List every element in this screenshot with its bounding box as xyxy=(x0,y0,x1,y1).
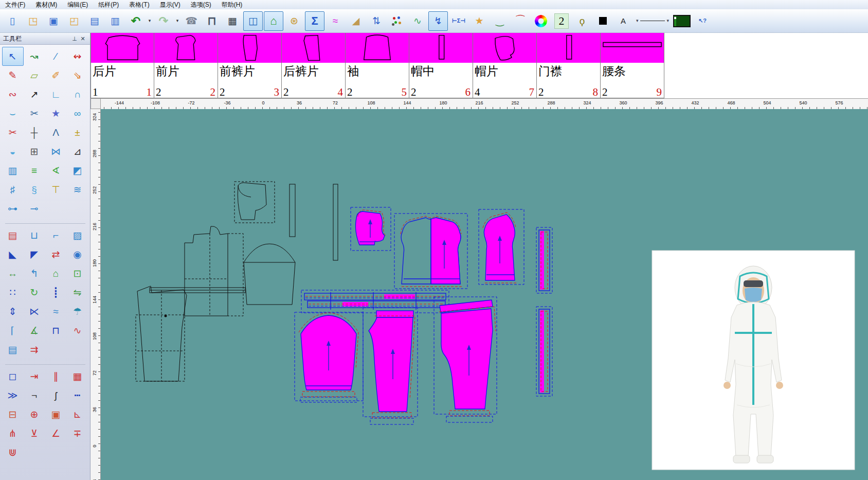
fabric-layers-tool[interactable]: ▤ xyxy=(2,340,24,359)
walk-pieces-tool[interactable]: ⇥ xyxy=(24,367,45,386)
swap-curve-tool[interactable]: ∿ xyxy=(67,321,88,340)
pleats-tool[interactable]: ♯ xyxy=(2,180,24,199)
color-wheel-icon[interactable] xyxy=(531,11,551,31)
brush-icon[interactable]: ◢ xyxy=(346,11,366,31)
film-strip-icon[interactable] xyxy=(672,11,692,31)
font-letter-icon[interactable]: A xyxy=(613,11,633,31)
piece-sleeve[interactable] xyxy=(295,312,363,402)
mirror-tool[interactable]: ⋈ xyxy=(45,142,67,161)
umbrella-tool[interactable]: ☂ xyxy=(67,302,88,321)
flip-piece-tool[interactable]: ↰ xyxy=(24,264,45,283)
pattern-cell-后片[interactable]: 后片11 xyxy=(91,33,154,98)
node-spacing-tool[interactable]: ┅ xyxy=(67,386,88,405)
segment-measure-icon[interactable]: ⊢Σ⊣ xyxy=(449,11,468,31)
move-pieces-tool[interactable]: ⇕ xyxy=(2,302,24,321)
copy-shape-tool[interactable]: ▥ xyxy=(2,161,24,180)
check-piece-tool[interactable]: ⊡ xyxy=(67,264,88,283)
draft-sleeve-block[interactable] xyxy=(244,244,295,305)
digitizer-icon[interactable]: ☎ xyxy=(182,11,201,31)
piece-view-icon[interactable]: ⌂ xyxy=(264,11,283,31)
sewing-machine-tool[interactable]: ⊓ xyxy=(45,321,67,340)
round-corner-tool[interactable]: ⌈ xyxy=(2,321,24,340)
curve-notch-icon[interactable]: ⁀ xyxy=(511,11,530,31)
split-line-tool[interactable]: ∕ xyxy=(45,47,67,66)
draft-hood-piece[interactable] xyxy=(234,182,275,223)
draft-bar-piece-2[interactable] xyxy=(333,184,338,260)
piece-back-bodice[interactable] xyxy=(394,214,467,289)
value-2-badge[interactable]: 2 xyxy=(552,11,571,31)
arc-tool[interactable]: ∩ xyxy=(67,85,88,104)
link-tool[interactable]: ⊶ xyxy=(2,199,24,218)
undo-icon[interactable]: ↶ xyxy=(126,11,146,31)
shrink-piece-tool[interactable]: ⌂ xyxy=(45,264,67,283)
notch-fork-tool[interactable]: ⋔ xyxy=(2,424,24,443)
data-table-icon[interactable]: ▦ xyxy=(223,11,242,31)
button-tool[interactable]: ◉ xyxy=(67,245,88,264)
dart-close-tool[interactable]: ◤ xyxy=(24,245,45,264)
bulb-icon[interactable]: ϙ xyxy=(572,11,592,31)
import-file-icon[interactable]: ◰ xyxy=(64,11,84,31)
color-swatch[interactable] xyxy=(593,11,612,31)
menu-edit[interactable]: 编辑(E) xyxy=(62,0,93,9)
stitch-lines-tool[interactable]: ≡ xyxy=(24,161,45,180)
two-point-measure-tool[interactable]: ∡ xyxy=(24,321,45,340)
piece-placket-strip-1[interactable] xyxy=(536,227,552,293)
dart-tool[interactable]: ◣ xyxy=(2,245,24,264)
new-document-icon[interactable]: ▯ xyxy=(3,11,22,31)
rotate-piece-tool[interactable]: ↻ xyxy=(24,283,45,302)
compass-tool[interactable]: Λ xyxy=(45,123,67,142)
pattern-canvas[interactable] xyxy=(101,109,868,480)
stretch-curve-tool[interactable]: ↭ xyxy=(67,47,88,66)
move-point-tool[interactable]: ⇘ xyxy=(67,66,88,85)
draft-waistband-bar[interactable] xyxy=(150,288,245,293)
trim-seam-tool[interactable]: ⋓ xyxy=(2,443,24,462)
cut-notch-tool[interactable]: ✂ xyxy=(2,123,24,142)
select-tool[interactable]: ↖ xyxy=(2,47,24,66)
plus-minus-tool[interactable]: ∓ xyxy=(67,424,88,443)
pattern-cell-门襟[interactable]: 门襟28 xyxy=(537,33,601,98)
save-copy-icon[interactable]: ▤ xyxy=(85,11,104,31)
draft-bar-piece-1[interactable] xyxy=(290,184,295,237)
piece-front-trouser[interactable] xyxy=(363,308,418,424)
pattern-pen-icon[interactable]: ↯ xyxy=(428,11,448,31)
draft-bodice-block[interactable] xyxy=(185,226,243,316)
multi-arrow-tool[interactable]: ≫ xyxy=(2,386,24,405)
seam-align-tool[interactable]: ∥ xyxy=(45,367,67,386)
trend-chart-icon[interactable]: ∿ xyxy=(408,11,427,31)
spiral-tool[interactable]: § xyxy=(24,180,45,199)
angle-measure-tool[interactable]: ∢ xyxy=(45,161,67,180)
shirring-tool[interactable]: ≋ xyxy=(67,180,88,199)
menu-material[interactable]: 素材(M) xyxy=(30,0,62,9)
piece-front-bodice[interactable] xyxy=(479,209,524,285)
menu-pattern[interactable]: 纸样(P) xyxy=(93,0,124,9)
fillet-corner-tool[interactable]: ∟ xyxy=(45,85,67,104)
pattern-cell-袖[interactable]: 袖25 xyxy=(346,33,409,98)
context-help-icon[interactable]: ↖? xyxy=(693,11,712,31)
nested-rect-tool[interactable]: ▣ xyxy=(45,405,67,424)
angle-line-tool[interactable]: ∠ xyxy=(45,424,67,443)
thread-colors-icon[interactable]: ≈ xyxy=(326,11,345,31)
close-icon[interactable]: ✕ xyxy=(79,35,87,42)
pattern-window-icon[interactable]: ◫ xyxy=(243,11,263,31)
line-style-select[interactable]: ▾▾ xyxy=(634,11,671,31)
protractor-tool[interactable]: ◒ xyxy=(2,142,24,161)
twin-curve-tool[interactable]: ∞ xyxy=(67,104,88,123)
tape-measure-tool[interactable]: ± xyxy=(67,123,88,142)
size-table-icon[interactable]: Σ xyxy=(305,11,324,31)
pattern-cell-前裤片[interactable]: 前裤片23 xyxy=(218,33,282,98)
intersect-tool[interactable]: ┼ xyxy=(24,123,45,142)
pocket-tool[interactable]: ⊔ xyxy=(24,226,45,245)
star-measure-icon[interactable]: ★ xyxy=(469,11,489,31)
reference-photo[interactable] xyxy=(652,251,855,470)
width-adjust-tool[interactable]: ↔ xyxy=(2,264,24,283)
corner-angle-tool[interactable]: ⊾ xyxy=(67,405,88,424)
compare-pieces-tool[interactable]: ⇋ xyxy=(67,283,88,302)
scissors-tool[interactable]: ✂ xyxy=(24,104,45,123)
drill-marks-tool[interactable]: ∷ xyxy=(2,283,24,302)
insert-shape-tool[interactable]: ★ xyxy=(45,104,67,123)
redo-dropdown-caret[interactable]: ▾ xyxy=(174,11,180,31)
hatch-fill-tool[interactable]: ▨ xyxy=(67,226,88,245)
seam-rip-tool[interactable]: ∾ xyxy=(2,85,24,104)
eraser-tool[interactable]: ▱ xyxy=(24,66,45,85)
pin-icon[interactable]: ⊥ xyxy=(70,35,79,42)
